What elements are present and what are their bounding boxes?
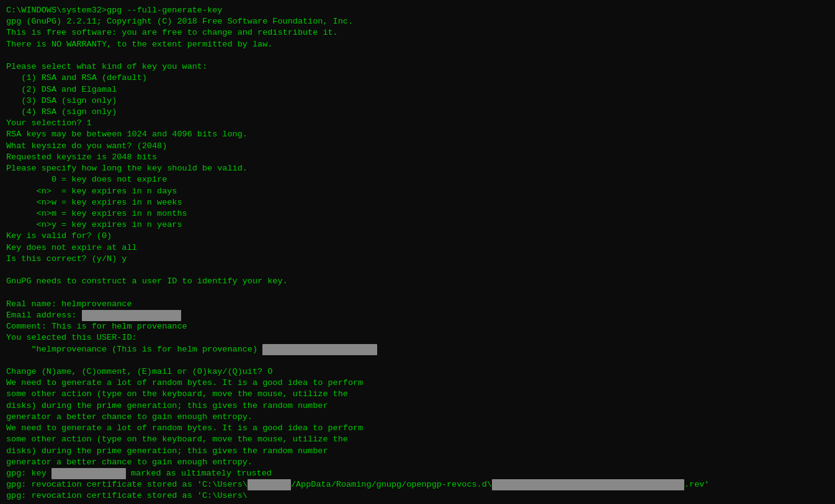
line-cmd: C:\WINDOWS\system32>gpg --full-generate-…: [6, 5, 829, 16]
line-no-expire: Key does not expire at all: [6, 242, 829, 254]
redacted-key-id: [51, 468, 126, 479]
terminal: C:\WINDOWS\system32>gpg --full-generate-…: [6, 5, 829, 504]
line-random1: We need to generate a lot of random byte…: [6, 378, 829, 389]
line-key-marked: gpg: key marked as ultimately trusted: [6, 468, 829, 479]
line-random2: some other action (type on the keyboard,…: [6, 389, 829, 400]
line-opt4: (4) RSA (sign only): [6, 107, 829, 118]
line-valid-n: <n> = key expires in n days: [6, 186, 829, 197]
line-pub-secret: gpg: revocation certificate stored as 'C…: [6, 490, 829, 502]
line-warranty: There is NO WARRANTY, to the extent perm…: [6, 39, 829, 50]
line-selection: Your selection? 1: [6, 118, 829, 129]
line-valid-0: 0 = key does not expire: [6, 174, 829, 185]
line-select-key: Please select what kind of key you want:: [6, 61, 829, 73]
line-random6: some other action (type on the keyboard,…: [6, 434, 829, 445]
line-email: Email address:: [6, 310, 829, 321]
redacted-revoke-path: [492, 479, 684, 490]
line-opt3: (3) DSA (sign only): [6, 95, 829, 107]
line-userid-val: "helmprovenance (This is for helm proven…: [6, 344, 829, 355]
line-correct: Is this correct? (y/N) y: [6, 254, 829, 265]
line-random3: disks) during the prime generation; this…: [6, 400, 829, 412]
line-keysize-r: Requested keysize is 2048 bits: [6, 152, 829, 163]
line-random8: generator a better chance to gain enough…: [6, 457, 829, 468]
line-valid-nm: <n>m = key expires in n months: [6, 208, 829, 219]
line-valid-ny: <n>y = key expires in n years: [6, 219, 829, 231]
line-comment: Comment: This is for helm provenance: [6, 321, 829, 332]
line-gnupg-id: GnuPG needs to construct a user ID to id…: [6, 276, 829, 287]
line-keysize-q: What keysize do you want? (2048): [6, 141, 829, 152]
line-free-sw: This is free software: you are free to c…: [6, 27, 829, 38]
line-valid-q: Please specify how long the key should b…: [6, 163, 829, 174]
line-opt2: (2) DSA and Elgamal: [6, 84, 829, 95]
line-valid-nw: <n>w = key expires in n weeks: [6, 197, 829, 208]
line-userid-label: You selected this USER-ID:: [6, 332, 829, 343]
line-random7: disks) during the prime generation; this…: [6, 446, 829, 457]
line-valid-for: Key is valid for? (0): [6, 231, 829, 242]
line-rsa-info: RSA keys may be between 1024 and 4096 bi…: [6, 129, 829, 140]
line-realname: Real name: helmprovenance: [6, 299, 829, 310]
line-change-q: Change (N)ame, (C)omment, (E)mail or (O)…: [6, 366, 829, 378]
line-revoke: gpg: revocation certificate stored as 'C…: [6, 479, 829, 490]
line-random5: We need to generate a lot of random byte…: [6, 423, 829, 434]
line-opt1: (1) RSA and RSA (default): [6, 73, 829, 84]
line-random4: generator a better chance to gain enough…: [6, 412, 829, 423]
redacted-email: [82, 310, 181, 321]
line-version: gpg (GnuPG) 2.2.11; Copyright (C) 2018 F…: [6, 16, 829, 27]
redacted-username: [248, 479, 291, 490]
redacted-userid-end: [262, 344, 377, 355]
